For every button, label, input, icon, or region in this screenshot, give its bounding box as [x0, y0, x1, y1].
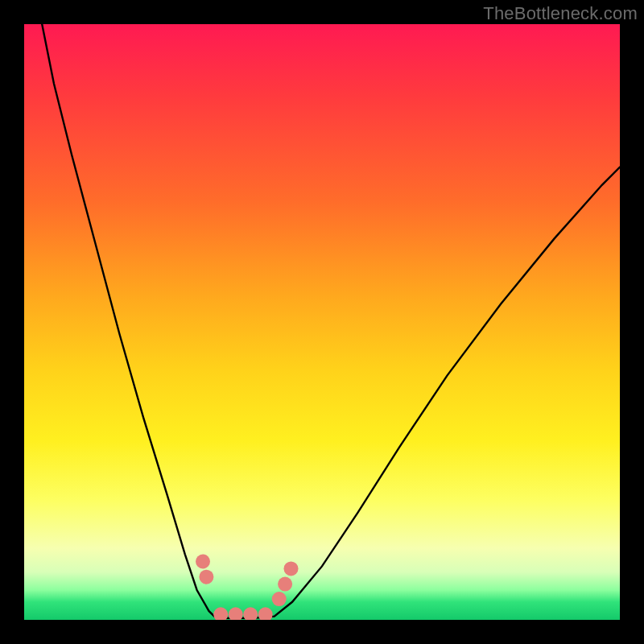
marker-floor-d: [258, 607, 273, 620]
marker-right-cluster-a: [272, 592, 287, 606]
marker-floor-c: [243, 607, 258, 620]
bottleneck-curve: [42, 24, 620, 618]
plot-area: [24, 24, 620, 620]
watermark-text: TheBottleneck.com: [483, 3, 638, 24]
marker-right-cluster-b: [278, 577, 292, 592]
marker-floor-b: [229, 607, 243, 620]
marker-left-cluster-b: [196, 555, 210, 569]
marker-right-cluster-c: [284, 561, 299, 576]
outer-frame: TheBottleneck.com: [0, 0, 644, 644]
curve-layer: [24, 24, 620, 620]
marker-left-cluster-a: [199, 570, 213, 584]
marker-floor-a: [213, 607, 228, 620]
